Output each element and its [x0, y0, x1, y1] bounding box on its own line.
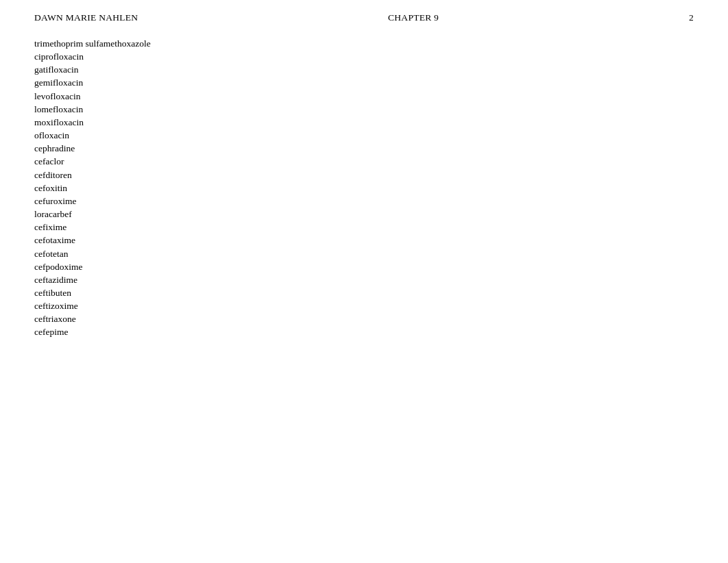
list-item: loracarbef	[34, 208, 694, 221]
list-item: gatifloxacin	[34, 63, 694, 76]
list-item: gemifloxacin	[34, 76, 694, 89]
list-item: ceftizoxime	[34, 299, 694, 312]
list-item: cefepime	[34, 325, 694, 338]
list-item: levofloxacin	[34, 90, 694, 103]
list-item: cefotaxime	[34, 234, 694, 247]
page-header: DAWN MARIE NAHLEN CHAPTER 9 2	[0, 0, 728, 30]
main-content: trimethoprim sulfamethoxazoleciprofloxac…	[0, 30, 728, 353]
list-item: cefotetan	[34, 247, 694, 260]
page: DAWN MARIE NAHLEN CHAPTER 9 2 trimethopr…	[0, 0, 728, 563]
list-item: lomefloxacin	[34, 103, 694, 116]
chapter-title: CHAPTER 9	[388, 12, 439, 23]
list-item: ceftriaxone	[34, 312, 694, 325]
list-item: cefditoren	[34, 168, 694, 182]
list-item: cefaclor	[34, 155, 694, 168]
list-item: ciprofloxacin	[34, 50, 694, 63]
list-item: cefuroxime	[34, 195, 694, 208]
list-item: cefixime	[34, 221, 694, 234]
page-number: 2	[689, 12, 694, 23]
list-item: cefoxitin	[34, 182, 694, 195]
list-item: trimethoprim sulfamethoxazole	[34, 37, 694, 50]
drug-list: trimethoprim sulfamethoxazoleciprofloxac…	[34, 37, 694, 339]
list-item: ceftibuten	[34, 286, 694, 299]
list-item: ceftazidime	[34, 273, 694, 286]
list-item: cephradine	[34, 142, 694, 155]
list-item: moxifloxacin	[34, 116, 694, 129]
author-name: DAWN MARIE NAHLEN	[34, 12, 138, 23]
list-item: ofloxacin	[34, 129, 694, 142]
list-item: cefpodoxime	[34, 260, 694, 273]
